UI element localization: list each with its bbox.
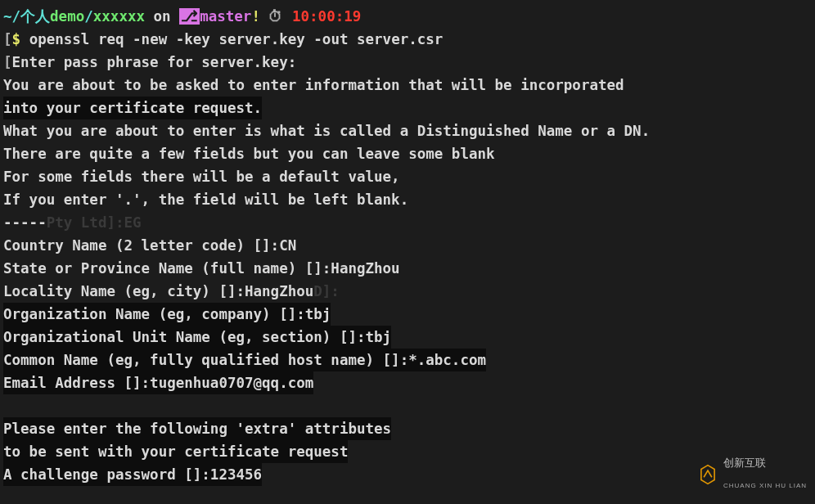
output-line: Locality Name (eg, city) []:HangZhouD]: [3,280,812,303]
branch-bang: ! [251,8,260,25]
watermark-brand: 创新互联 [723,457,766,469]
prompt-demo: demo [50,8,84,25]
branch-icon: ⎇ [179,8,200,25]
prompt-symbol: $ [12,31,29,47]
output-line: For some fields there will be a default … [3,165,812,188]
output-line: State or Province Name (full name) []:Ha… [3,257,812,280]
output-line: into your certificate request. [3,97,262,119]
output-line: Email Address []:tugenhua0707@qq.com [3,371,313,394]
output-line: If you enter '.', the field will be left… [3,188,812,211]
output-line: to be sent with your certificate request [3,440,348,463]
prompt-path-home: ~/ [3,8,20,25]
watermark: 创新互联 CHUANG XIN HU LIAN [697,452,807,497]
output-line: Country Name (2 letter code) []:CN [3,234,812,257]
watermark-sub: CHUANG XIN HU LIAN [723,475,807,497]
output-line: Common Name (eg, fully qualified host na… [3,349,486,371]
shell-prompt: ~/个人demo/xxxxxx on ⎇master! ⏱ 10:00:19 [3,5,812,28]
prompt-slash: / [84,8,93,25]
output-line: What you are about to enter is what is c… [3,119,812,142]
output-line: -----Pty Ltd]:EG [3,211,812,234]
prompt-on: on [145,8,179,25]
branch-name: master [200,8,251,25]
output-line: You are about to be asked to enter infor… [3,74,812,97]
output-line: Organizational Unit Name (eg, section) [… [3,326,391,349]
ghost-text: D]: [313,283,340,299]
output-line: A challenge password []:123456 [3,463,262,486]
clock-icon: ⏱ [268,8,283,25]
prompt-path-seg1: 个人 [20,8,50,25]
output-line: Please enter the following 'extra' attri… [3,417,391,440]
prompt-lbracket2: [ [3,54,12,70]
prompt-time: 10:00:19 [292,8,361,25]
command-line[interactable]: [$ openssl req -new -key server.key -out… [3,28,812,51]
output-line: Organization Name (eg, company) []:tbj [3,303,331,326]
ghost-text: Pty Ltd]:EG [47,214,142,231]
output-line: There are quite a few fields but you can… [3,142,812,165]
watermark-text: 创新互联 CHUANG XIN HU LIAN [723,452,807,497]
prompt-xxx: xxxxxx [93,8,145,25]
watermark-logo-icon [697,464,718,485]
output-line: [Enter pass phrase for server.key: [3,51,812,74]
command-text: openssl req -new -key server.key -out se… [29,31,444,47]
prompt-lbracket: [ [3,31,12,47]
